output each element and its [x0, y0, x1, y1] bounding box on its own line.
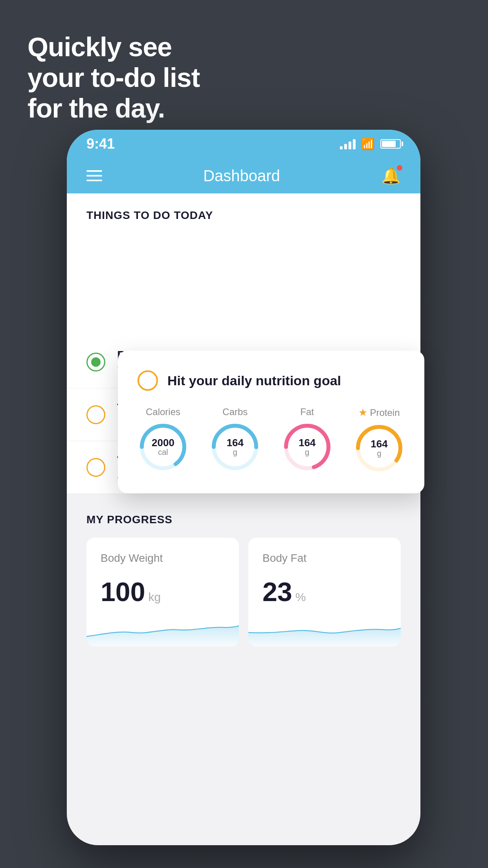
star-icon: ★ [358, 406, 367, 419]
menu-button[interactable] [86, 170, 102, 181]
nutrition-card[interactable]: Hit your daily nutrition goal Calories 2… [118, 351, 424, 493]
calories-ring: 2000 cal [138, 421, 189, 473]
protein-unit: g [377, 449, 381, 458]
body-weight-value: 100 kg [101, 576, 225, 607]
battery-icon [380, 139, 401, 149]
signal-icon [340, 138, 356, 149]
calories-num: 2000 [152, 438, 174, 448]
carbs-num: 164 [227, 438, 244, 448]
progress-header: MY PROGRESS [86, 513, 401, 526]
body-fat-unit: % [295, 590, 306, 604]
progress-cards: Body Weight 100 kg [86, 538, 401, 646]
nutrition-carbs: Carbs 164 g [209, 406, 261, 473]
fat-num: 164 [299, 438, 316, 448]
carbs-value: 164 g [209, 421, 261, 473]
todo-check-photos [86, 458, 105, 477]
nav-title: Dashboard [203, 167, 280, 185]
protein-value: 164 g [354, 423, 405, 474]
nav-bar: Dashboard 🔔 [67, 158, 420, 193]
protein-num: 164 [371, 439, 387, 449]
nutrition-fat: Fat 164 g [282, 406, 333, 473]
fat-label: Fat [300, 406, 314, 417]
status-icons: 📶 [340, 138, 401, 151]
wifi-icon: 📶 [361, 138, 375, 151]
protein-label-row: ★ Protein [358, 406, 400, 419]
body-fat-chart [248, 615, 401, 646]
hero-text: Quickly see your to-do list for the day. [28, 31, 200, 124]
body-fat-num: 23 [262, 576, 292, 607]
calories-value: 2000 cal [138, 421, 189, 473]
carbs-label: Carbs [222, 406, 248, 417]
body-weight-chart [86, 615, 239, 646]
progress-section: MY PROGRESS Body Weight 100 kg [67, 494, 420, 646]
todo-check-body-stats [86, 405, 105, 424]
protein-label: Protein [370, 407, 400, 418]
nutrition-protein: ★ Protein 164 g [354, 406, 405, 474]
body-weight-unit: kg [148, 590, 161, 604]
status-time: 9:41 [86, 136, 115, 152]
fat-value: 164 g [282, 421, 333, 473]
calories-unit: cal [158, 448, 168, 457]
nutrition-card-title: Hit your daily nutrition goal [167, 373, 341, 388]
status-bar: 9:41 📶 [67, 130, 420, 158]
fat-ring: 164 g [282, 421, 333, 473]
body-fat-title: Body Fat [262, 552, 387, 565]
notification-button[interactable]: 🔔 [381, 167, 401, 185]
nutrition-items: Calories 2000 cal Carbs [138, 406, 405, 474]
calories-label: Calories [146, 406, 180, 417]
body-weight-card[interactable]: Body Weight 100 kg [86, 538, 239, 646]
carbs-ring: 164 g [209, 421, 261, 473]
nutrition-card-header: Hit your daily nutrition goal [138, 370, 405, 391]
nutrition-check-circle [138, 370, 158, 391]
carbs-unit: g [233, 448, 237, 457]
body-fat-card[interactable]: Body Fat 23 % [248, 538, 401, 646]
nutrition-calories: Calories 2000 cal [138, 406, 189, 473]
notification-dot [397, 165, 402, 171]
body-weight-title: Body Weight [101, 552, 225, 565]
fat-unit: g [305, 448, 309, 457]
todo-check-running [86, 353, 105, 371]
body-weight-num: 100 [101, 576, 145, 607]
protein-ring: 164 g [354, 423, 405, 474]
body-fat-value: 23 % [262, 576, 387, 607]
things-to-do-header: THINGS TO DO TODAY [67, 193, 420, 230]
